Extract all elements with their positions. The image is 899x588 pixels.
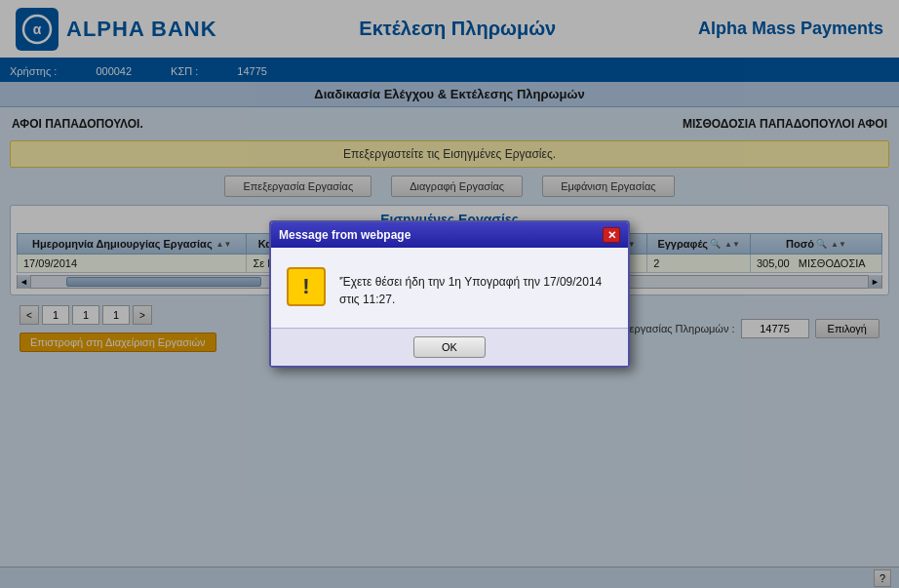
modal-title-bar: Message from webpage ✕ (271, 222, 628, 248)
modal-overlay: Message from webpage ✕ ! 'Έχετε θέσει ήδ… (0, 0, 899, 588)
modal-footer: OK (271, 328, 628, 366)
modal-message: 'Έχετε θέσει ήδη την 1η Υπογραφή την 17/… (339, 267, 612, 308)
modal-dialog: Message from webpage ✕ ! 'Έχετε θέσει ήδ… (269, 220, 630, 368)
modal-title: Message from webpage (279, 228, 410, 242)
warning-icon: ! (287, 267, 326, 306)
modal-close-button[interactable]: ✕ (603, 227, 620, 243)
modal-body: ! 'Έχετε θέσει ήδη την 1η Υπογραφή την 1… (271, 248, 628, 328)
modal-ok-button[interactable]: OK (413, 336, 486, 358)
